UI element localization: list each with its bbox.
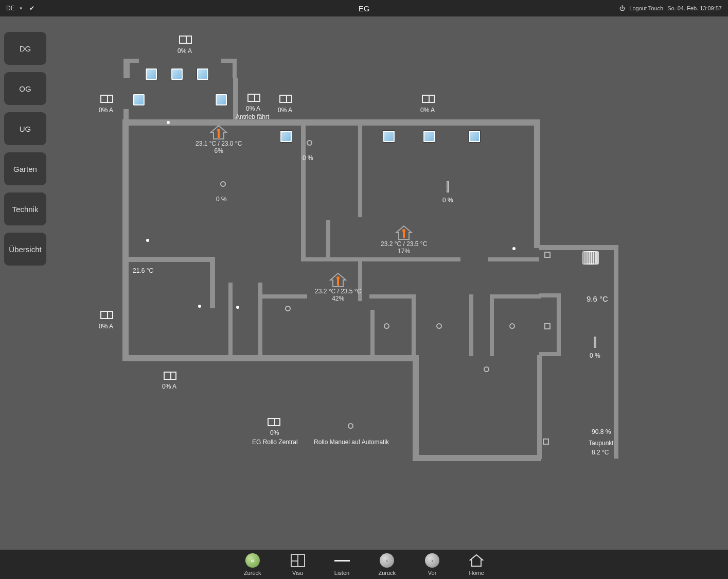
sensor-bar-1-pct: 0 %: [442, 197, 453, 204]
shutter-central[interactable]: [268, 418, 280, 426]
window-icon[interactable]: [133, 94, 145, 106]
house-icon: [395, 225, 413, 240]
automatic-toggle[interactable]: [348, 423, 353, 429]
light-dot[interactable]: [167, 121, 170, 124]
window-icon[interactable]: [383, 130, 395, 143]
header-bar: DE ▼ ✔ EG ⏻ Logout Touch So. 04. Feb. 13…: [0, 0, 728, 16]
footer-vor[interactable]: › Vor: [424, 553, 440, 576]
window-icon[interactable]: [215, 94, 227, 106]
shutter-central-label: EG Rollo Zentral: [252, 438, 298, 446]
light-dot[interactable]: [236, 306, 239, 309]
logout-link[interactable]: Logout Touch: [629, 5, 663, 11]
footer-home[interactable]: Home: [469, 553, 484, 576]
light-dot[interactable]: [146, 239, 149, 242]
sensor-sq[interactable]: [543, 438, 549, 445]
auto-label: Rollo Manuel auf Automatik: [314, 438, 389, 446]
valve-1[interactable]: [307, 140, 312, 146]
shutter-right1-pct: 0% A: [420, 107, 435, 114]
footer-visu[interactable]: Visu: [290, 553, 306, 576]
light-dot[interactable]: [512, 247, 516, 250]
humidity-br: 90.8 %: [592, 428, 611, 435]
window-icon[interactable]: [145, 68, 157, 80]
datetime-label: So. 04. Feb. 13:09:57: [667, 5, 722, 11]
chevron-left-icon: ‹: [380, 553, 394, 568]
thermo1-hum: 6%: [214, 147, 223, 154]
sensor-sq[interactable]: [544, 252, 551, 258]
wall-temp: 21.6 °C: [133, 267, 153, 274]
shutter-right1[interactable]: [422, 95, 435, 103]
shutter-top[interactable]: [179, 36, 192, 44]
shutter-mid1-pct: 0% A: [246, 105, 260, 112]
window-icon[interactable]: [171, 68, 183, 80]
valve-3[interactable]: [285, 306, 291, 311]
svg-marker-12: [470, 555, 483, 566]
footer-back[interactable]: « Zurück: [244, 553, 261, 576]
svg-point-5: [402, 229, 405, 232]
svg-rect-4: [403, 232, 405, 238]
window-icon[interactable]: [468, 130, 481, 143]
home-icon: [469, 553, 484, 568]
power-icon[interactable]: ⏻: [619, 5, 625, 11]
shutter-mid1-status: Antrieb fährt: [236, 113, 269, 120]
svg-point-2: [217, 129, 220, 132]
thermostat-3[interactable]: 23.2 °C / 23.5 °C 42%: [315, 272, 361, 302]
shutter-mid1[interactable]: [247, 94, 260, 102]
footer-back-label: Zurück: [244, 570, 261, 576]
page-title: EG: [359, 4, 370, 13]
valve-5[interactable]: [436, 323, 442, 329]
valve-1-pct: 0 %: [303, 154, 313, 162]
svg-point-8: [336, 276, 340, 279]
thermo3-hum: 42%: [332, 295, 344, 302]
outdoor-temp: 9.6 °C: [587, 294, 608, 303]
footer-back2[interactable]: ‹ Zurück: [379, 553, 396, 576]
floorplan-canvas: 0% A 0% A 0% A Antrieb fährt 0% A 0% A 0…: [0, 16, 728, 550]
thermostat-1[interactable]: 23.1 °C / 23.0 °C 6%: [196, 125, 242, 154]
svg-rect-1: [218, 131, 220, 138]
shutter-bl-pct: 0% A: [162, 383, 176, 390]
shutter-left1-pct: 0% A: [99, 107, 113, 114]
check-icon[interactable]: ✔: [29, 5, 34, 12]
footer-back2-label: Zurück: [379, 570, 396, 576]
shutter-top-pct: 0% A: [177, 47, 192, 55]
footer-listen[interactable]: Listen: [334, 553, 350, 576]
shutter-mid2[interactable]: [279, 95, 292, 103]
shutter-central-pct: 0%: [270, 429, 279, 436]
lang-select[interactable]: DE ▼: [6, 5, 23, 12]
thermo2-temps: 23.2 °C / 23.5 °C: [381, 240, 427, 248]
light-dot[interactable]: [198, 305, 201, 308]
thermostat-2[interactable]: 23.2 °C / 23.5 °C 17%: [381, 225, 427, 255]
shutter-left2[interactable]: [100, 311, 113, 319]
sensor-bar-1[interactable]: [447, 181, 449, 192]
back-double-icon: «: [245, 553, 260, 568]
valve-6[interactable]: [509, 323, 515, 329]
shutter-left2-pct: 0% A: [99, 323, 113, 330]
valve-4[interactable]: [384, 323, 389, 329]
window-icon[interactable]: [423, 130, 435, 143]
footer-vor-label: Vor: [428, 570, 437, 576]
radiator-icon[interactable]: [582, 251, 599, 265]
sensor-sq[interactable]: [544, 323, 551, 329]
svg-rect-7: [337, 279, 339, 286]
lang-label: DE: [6, 5, 15, 12]
dewpoint-value: 8.2 °C: [592, 449, 609, 456]
valve-2-pct: 0 %: [216, 196, 227, 203]
list-icon: [334, 553, 350, 568]
chevron-right-icon: ›: [425, 553, 439, 568]
footer-listen-label: Listen: [334, 570, 349, 576]
valve-2[interactable]: [220, 181, 226, 187]
valve-7[interactable]: [484, 366, 489, 372]
footer-bar: « Zurück Visu Listen ‹ Zurück › Vor Home: [0, 550, 728, 579]
caret-down-icon: ▼: [19, 6, 23, 11]
shutter-left1[interactable]: [100, 95, 113, 103]
dewpoint-label: Taupunkt: [589, 440, 614, 447]
sensor-bar-2[interactable]: [594, 337, 596, 348]
sensor-bar-2-pct: 0 %: [590, 352, 600, 359]
floorplan-icon: [290, 553, 306, 568]
house-icon: [209, 125, 228, 140]
shutter-bottom-left[interactable]: [164, 372, 176, 380]
thermo1-temps: 23.1 °C / 23.0 °C: [196, 140, 242, 147]
thermo2-hum: 17%: [398, 248, 410, 255]
window-icon[interactable]: [280, 130, 292, 143]
window-icon[interactable]: [197, 68, 209, 80]
house-icon: [329, 272, 347, 288]
